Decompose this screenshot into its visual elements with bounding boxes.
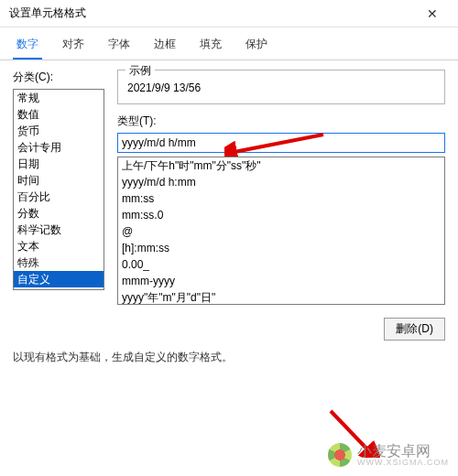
tab-4[interactable]: 填充 [196, 33, 225, 60]
watermark: 小麦安卓网 WWW.XSIGMA.COM [328, 443, 449, 467]
tab-5[interactable]: 保护 [242, 33, 271, 60]
type-input[interactable] [117, 133, 445, 153]
category-item[interactable]: 日期 [14, 156, 104, 172]
format-item[interactable]: 0.00_ [118, 256, 444, 273]
watermark-text: 小麦安卓网 [357, 444, 449, 459]
example-panel: 示例 2021/9/9 13/56 [117, 70, 445, 104]
category-item[interactable]: 常规 [14, 90, 104, 106]
format-item[interactable]: yyyy/m/d h:mm [118, 174, 444, 190]
watermark-logo-icon [328, 443, 352, 467]
category-item[interactable]: 文本 [14, 238, 104, 254]
format-item[interactable]: mm:ss.0 [118, 207, 444, 223]
category-list[interactable]: 常规数值货币会计专用日期时间百分比分数科学记数文本特殊自定义 [13, 89, 104, 290]
tab-bar: 数字对齐字体边框填充保护 [0, 27, 458, 60]
format-list[interactable]: 上午/下午h"时"mm"分"ss"秒"yyyy/m/d h:mmmm:ssmm:… [117, 157, 445, 305]
format-item[interactable]: yyyy"年"m"月"d"日" [118, 289, 444, 305]
window-title: 设置单元格格式 [9, 5, 86, 21]
close-icon[interactable]: ✕ [416, 6, 449, 21]
tab-3[interactable]: 边框 [150, 33, 180, 60]
category-item[interactable]: 时间 [14, 172, 104, 189]
format-item[interactable]: [h]:mm:ss [118, 240, 444, 256]
category-item[interactable]: 自定义 [14, 271, 104, 287]
delete-button[interactable]: 删除(D) [384, 318, 445, 341]
category-item[interactable]: 货币 [14, 123, 104, 139]
tab-0[interactable]: 数字 [13, 33, 42, 60]
hint-text: 以现有格式为基础，生成自定义的数字格式。 [0, 344, 458, 371]
tab-2[interactable]: 字体 [104, 33, 134, 60]
category-item[interactable]: 百分比 [14, 189, 104, 205]
format-item[interactable]: 上午/下午h"时"mm"分"ss"秒" [118, 157, 444, 174]
type-label: 类型(T): [117, 114, 445, 129]
category-item[interactable]: 特殊 [14, 254, 104, 271]
tab-1[interactable]: 对齐 [59, 33, 88, 60]
format-item[interactable]: mm:ss [118, 190, 444, 207]
category-label: 分类(C): [13, 70, 104, 85]
category-item[interactable]: 分数 [14, 205, 104, 222]
example-label: 示例 [125, 63, 155, 79]
example-value: 2021/9/9 13/56 [127, 78, 435, 94]
category-item[interactable]: 会计专用 [14, 139, 104, 156]
watermark-url: WWW.XSIGMA.COM [357, 459, 449, 467]
format-item[interactable]: mmm-yyyy [118, 273, 444, 289]
category-item[interactable]: 科学记数 [14, 222, 104, 238]
category-item[interactable]: 数值 [14, 106, 104, 123]
format-item[interactable]: @ [118, 223, 444, 240]
